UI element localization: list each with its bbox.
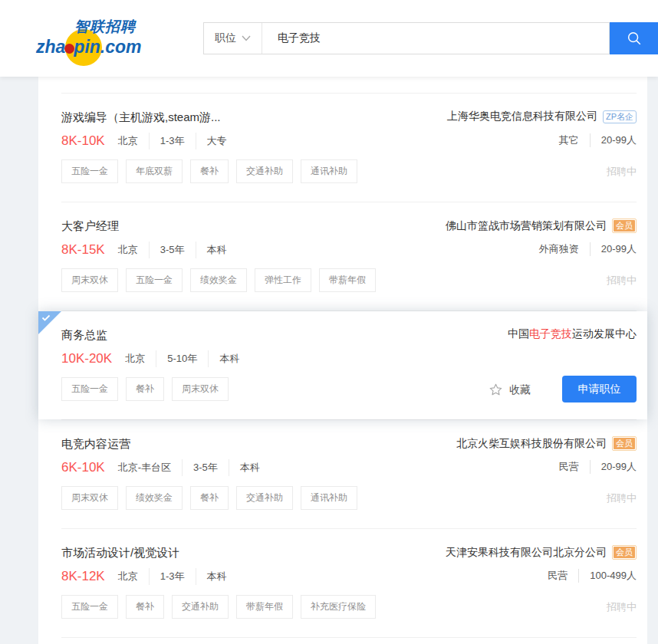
salary: 10K-20K <box>61 351 112 366</box>
logo-en-text: zhapin.com <box>36 37 142 58</box>
benefit-tag: 补充医疗保险 <box>301 595 376 619</box>
benefit-tag: 交通补助 <box>172 595 229 619</box>
job-card[interactable]: 大客户经理 佛山市篮战市场营销策划有限公司 会员 8K-15K 北京 3-5年 … <box>38 202 647 310</box>
company-size: 20-99人 <box>591 133 637 147</box>
job-experience: 3-5年 <box>182 459 229 476</box>
company-size: 20-99人 <box>591 242 637 256</box>
salary: 6K-10K <box>61 460 105 475</box>
job-experience: 3-5年 <box>149 242 196 258</box>
company-type: 民营 <box>559 460 591 474</box>
corner-check-icon <box>41 314 51 322</box>
benefit-tag: 年底双薪 <box>126 159 183 183</box>
salary: 8K-10K <box>61 133 105 149</box>
benefit-tag: 周末双休 <box>172 377 229 401</box>
job-title[interactable]: 大客户经理 <box>61 219 119 234</box>
job-card-hovered[interactable]: 商务总监 中国电子竞技运动发展中心 10K-20K 北京 5-10年 本科 五险… <box>38 311 647 419</box>
benefit-tag: 餐补 <box>126 377 164 401</box>
list-divider <box>61 637 637 638</box>
vip-member-badge-label: 会员 <box>614 438 635 449</box>
company-name[interactable]: 中国电子竞技运动发展中心 <box>508 327 637 341</box>
company-type: 其它 <box>559 133 591 147</box>
search-bar: 职位 <box>203 22 610 54</box>
company-type: 外商独资 <box>539 242 591 256</box>
search-icon <box>626 30 643 47</box>
job-card[interactable]: 电竞内容运营 北京火柴互娱科技股份有限公司 会员 6K-10K 北京-丰台区 3… <box>38 420 647 528</box>
company-name-suffix: 运动发展中心 <box>572 327 637 340</box>
logo-en-suffix: pin.com <box>74 37 141 57</box>
job-education: 大专 <box>196 133 238 150</box>
benefit-tag: 通讯补助 <box>301 159 357 183</box>
company-name[interactable]: 北京火柴互娱科技股份有限公司 <box>456 437 607 451</box>
site-header: 智联招聘 zhapin.com 职位 <box>0 0 658 77</box>
company-type: 民营 <box>548 569 579 583</box>
job-experience: 5-10年 <box>156 350 208 367</box>
job-education: 本科 <box>196 568 238 585</box>
benefit-tag: 餐补 <box>126 595 164 619</box>
benefit-tag: 绩效奖金 <box>126 486 183 510</box>
job-title[interactable]: 电竞内容运营 <box>61 437 130 452</box>
company-name[interactable]: 佛山市篮战市场营销策划有限公司 <box>446 219 607 233</box>
search-button[interactable] <box>610 22 658 54</box>
vip-member-badge-label: 会员 <box>614 220 635 232</box>
favorite-label: 收藏 <box>509 383 531 397</box>
benefit-tag: 带薪年假 <box>236 595 293 619</box>
job-education: 本科 <box>196 242 238 258</box>
job-title[interactable]: 游戏编导（主机游戏,steam游... <box>61 110 221 125</box>
benefit-tag: 交通补助 <box>236 159 293 183</box>
benefit-tag: 交通补助 <box>236 486 293 510</box>
company-size: 20-99人 <box>591 460 637 474</box>
logo-en-prefix: zha <box>36 37 65 57</box>
job-education: 本科 <box>229 459 271 476</box>
company-size: 100-499人 <box>579 569 637 583</box>
vip-member-badge: 会员 <box>612 545 637 560</box>
apply-button[interactable]: 申请职位 <box>562 376 637 402</box>
salary: 8K-15K <box>61 242 105 258</box>
benefit-tag: 周末双休 <box>61 268 118 292</box>
job-city: 北京-丰台区 <box>118 459 182 476</box>
benefit-tag: 五险一金 <box>61 595 118 619</box>
zhaopin-logo[interactable]: 智联招聘 zhapin.com <box>35 12 148 66</box>
vip-member-badge-label: 会员 <box>614 547 635 558</box>
job-city: 北京 <box>118 133 149 150</box>
search-category-label: 职位 <box>215 31 236 45</box>
job-city: 北京 <box>118 242 149 258</box>
search-input[interactable] <box>262 23 609 54</box>
job-card[interactable]: 游戏编导（主机游戏,steam游... 上海华奥电竞信息科技有限公司 ZP名企 … <box>38 94 647 202</box>
zp-famous-badge: ZP名企 <box>603 110 637 123</box>
vip-member-badge: 会员 <box>612 436 637 451</box>
benefit-tag: 五险一金 <box>61 159 118 183</box>
company-name[interactable]: 天津安果科技有限公司北京分公司 <box>446 546 607 560</box>
logo-cn-text: 智联招聘 <box>74 17 136 37</box>
recruiting-status: 招聘中 <box>607 165 637 179</box>
company-name-highlight: 电子竞技 <box>529 327 572 340</box>
benefit-tag: 弹性工作 <box>255 268 311 292</box>
job-title[interactable]: 商务总监 <box>61 328 107 343</box>
job-city: 北京 <box>125 350 156 367</box>
job-card[interactable]: 市场活动设计/视觉设计 天津安果科技有限公司北京分公司 会员 8K-12K 北京… <box>38 529 647 637</box>
search-category-dropdown[interactable]: 职位 <box>204 23 262 54</box>
job-city: 北京 <box>118 568 149 585</box>
star-icon <box>489 383 503 397</box>
job-experience: 1-3年 <box>149 568 196 585</box>
benefit-tag: 通讯补助 <box>301 486 357 510</box>
job-experience: 1-3年 <box>149 133 196 150</box>
recruiting-status: 招聘中 <box>607 274 637 288</box>
company-name[interactable]: 上海华奥电竞信息科技有限公司 <box>447 110 597 123</box>
job-education: 本科 <box>208 350 250 367</box>
benefit-tag: 餐补 <box>190 159 229 183</box>
recruiting-status: 招聘中 <box>607 491 637 505</box>
job-results-panel: 游戏编导（主机游戏,steam游... 上海华奥电竞信息科技有限公司 ZP名企 … <box>38 77 647 644</box>
favorite-button[interactable]: 收藏 <box>489 383 531 397</box>
benefit-tag: 五险一金 <box>126 268 183 292</box>
benefit-tag: 餐补 <box>190 486 229 510</box>
benefit-tag: 五险一金 <box>61 377 118 401</box>
vip-member-badge: 会员 <box>612 219 637 233</box>
job-title[interactable]: 市场活动设计/视觉设计 <box>61 546 179 560</box>
benefit-tag: 带薪年假 <box>319 268 376 292</box>
benefit-tag: 周末双休 <box>61 486 118 510</box>
recruiting-status: 招聘中 <box>607 600 637 614</box>
benefit-tag: 绩效奖金 <box>190 268 247 292</box>
salary: 8K-12K <box>61 569 105 584</box>
company-name-prefix: 中国 <box>508 327 529 340</box>
chevron-down-icon <box>242 35 251 41</box>
